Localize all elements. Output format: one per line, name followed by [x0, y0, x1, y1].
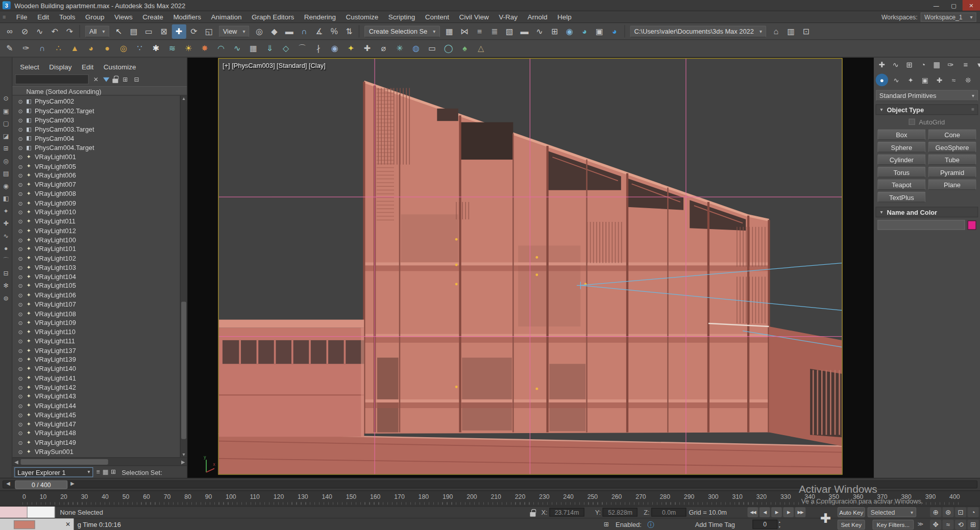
biped-icon[interactable]: ∤	[311, 41, 326, 56]
horizontal-scrollbar[interactable]: ◀ ▶	[12, 457, 187, 465]
list-item[interactable]: VRayLight147	[12, 419, 187, 428]
list-item[interactable]: VRayLight010	[12, 208, 187, 217]
list-item[interactable]: VRayLight143	[12, 392, 187, 401]
menu-item[interactable]: Graph Editors	[247, 13, 299, 21]
visibility-eye-icon[interactable]	[18, 374, 23, 382]
visibility-eye-icon[interactable]	[18, 310, 23, 317]
visibility-eye-icon[interactable]	[18, 236, 23, 243]
paint-deform-icon[interactable]: ✑	[19, 41, 33, 56]
globe-icon[interactable]: ◯	[441, 41, 455, 56]
list-item[interactable]: VRayLight108	[12, 309, 187, 318]
time-slider-handle[interactable]: 0 / 400	[15, 481, 67, 489]
list-item[interactable]: PhysCam004	[12, 134, 187, 143]
object-color-swatch[interactable]	[968, 220, 976, 230]
lock-icon[interactable]	[112, 79, 118, 83]
align-icon[interactable]: ≡	[472, 24, 486, 38]
zoom-all-icon[interactable]: ⊛	[943, 507, 954, 517]
visibility-eye-icon[interactable]	[18, 217, 23, 225]
menu-item[interactable]: Edit	[32, 13, 54, 21]
cameras-category[interactable]: ▣	[919, 73, 931, 86]
geometry-category[interactable]: ●	[876, 73, 888, 86]
list-item[interactable]: VRayLight005	[12, 161, 187, 170]
material-editor-icon[interactable]: ◉	[562, 24, 577, 38]
list-item[interactable]: VRayLight148	[12, 428, 187, 438]
list-item[interactable]: VRayLight106	[12, 290, 187, 299]
render-production-icon[interactable]: ◕	[607, 24, 622, 38]
visibility-eye-icon[interactable]	[18, 328, 23, 336]
menu-item[interactable]: Help	[552, 13, 576, 21]
hierarchy-tab[interactable]: ⊞	[903, 59, 915, 71]
percent-snap-icon[interactable]: %	[327, 24, 341, 38]
display-helpers-icon[interactable]: ✚	[2, 219, 10, 228]
menu-item[interactable]: V-Ray	[494, 13, 523, 21]
visibility-eye-icon[interactable]	[18, 282, 23, 290]
play-animation-button[interactable]: ▶	[771, 507, 782, 517]
list-item[interactable]: VRayLight012	[12, 226, 187, 235]
teapot-primitive-icon[interactable]: ◕	[84, 41, 98, 56]
primitive-button[interactable]: Teapot	[877, 179, 925, 190]
menu-item[interactable]: Tools	[54, 13, 80, 21]
clear-search-icon[interactable]: ✕	[92, 76, 100, 83]
visibility-eye-icon[interactable]	[18, 116, 23, 124]
x-coordinate-field[interactable]: 23.714m	[549, 508, 584, 517]
visibility-eye-icon[interactable]	[18, 411, 23, 419]
visibility-eye-icon[interactable]	[18, 171, 23, 179]
grid-view-icon[interactable]: ▦	[103, 468, 109, 475]
previous-frame-arrow-icon[interactable]: ◀	[6, 481, 10, 487]
new-set-icon[interactable]: ⊞	[111, 468, 116, 475]
add-time-tag-label[interactable]: Add Time Tag	[695, 521, 735, 528]
visibility-eye-icon[interactable]	[18, 181, 23, 188]
find-icon[interactable]: ⊙	[2, 94, 10, 103]
list-item[interactable]: PhysCam002.Target	[12, 106, 187, 115]
visibility-eye-icon[interactable]	[18, 153, 23, 161]
next-frame-button[interactable]: ▶	[783, 507, 794, 517]
explorer-menu-item[interactable]: Select	[15, 63, 44, 71]
info-icon[interactable]: ⓘ	[648, 520, 654, 529]
visibility-eye-icon[interactable]	[18, 199, 23, 207]
scroll-right-icon[interactable]: ▶	[181, 459, 185, 464]
display-containers-icon[interactable]: ⊟	[2, 269, 10, 277]
deflector-icon[interactable]: ◇	[279, 41, 293, 56]
menu-item[interactable]: Arnold	[523, 13, 553, 21]
list-item[interactable]: PhysCam003	[12, 115, 187, 124]
select-and-link-icon[interactable]: ∞	[3, 24, 17, 38]
pan-icon[interactable]: ✥	[930, 520, 941, 530]
visibility-eye-icon[interactable]	[18, 255, 23, 262]
primitive-button[interactable]: GeoSphere	[928, 142, 976, 153]
explorer-menu-item[interactable]: Edit	[77, 63, 99, 71]
set-key-button[interactable]: Set Key	[838, 520, 865, 530]
rollout-pin-icon[interactable]: ≡	[971, 107, 974, 112]
menu-item[interactable]: Views	[109, 13, 137, 21]
select-and-rotate-icon[interactable]: ⟳	[187, 24, 201, 38]
go-to-end-button[interactable]: ▶▶	[795, 507, 806, 517]
object-type-rollout[interactable]: ▼ Object Type ≡	[876, 104, 978, 115]
search-input[interactable]	[15, 74, 88, 85]
scroll-up-icon[interactable]: ▲	[181, 96, 187, 101]
visibility-eye-icon[interactable]	[18, 300, 23, 308]
display-geometry-icon[interactable]: ●	[2, 244, 10, 253]
panel-menu-icon[interactable]: ▾	[973, 59, 980, 71]
orbit-icon[interactable]: ⟲	[955, 520, 966, 530]
tape-measure-icon[interactable]: ⌀	[376, 41, 390, 56]
viewport-label[interactable]: [+] [PhysCam003] [Standard] [Clay]	[223, 62, 326, 69]
snaps-toggle-icon[interactable]: ∩	[297, 24, 311, 38]
shapes-category[interactable]: ∿	[890, 73, 902, 86]
toggle-scene-explorer-icon[interactable]: ≣	[487, 24, 502, 38]
current-frame-field[interactable]: 0	[752, 520, 777, 529]
displace-modifier-icon[interactable]: ▦	[246, 41, 260, 56]
foliage-icon[interactable]: ♠	[457, 41, 472, 56]
snow-particles-icon[interactable]: ✱	[149, 41, 163, 56]
select-invert-icon[interactable]: ◪	[2, 131, 10, 140]
mirror-icon[interactable]: ⋈	[457, 24, 472, 38]
toggle-ribbon-icon[interactable]: ▬	[517, 24, 531, 38]
collapse-tree-icon[interactable]: ⊟	[133, 76, 141, 83]
list-item[interactable]: VRayLight100	[12, 235, 187, 244]
menu-item[interactable]: Content	[420, 13, 454, 21]
window-crossing-icon[interactable]: ⊠	[157, 24, 171, 38]
primitive-button[interactable]: Torus	[877, 167, 925, 178]
visibility-eye-icon[interactable]	[18, 319, 23, 326]
visibility-eye-icon[interactable]	[18, 337, 23, 345]
motion-tab[interactable]: ◔	[917, 59, 929, 71]
menu-item[interactable]: Create	[138, 13, 168, 21]
close-button[interactable]: ✕	[963, 0, 980, 11]
